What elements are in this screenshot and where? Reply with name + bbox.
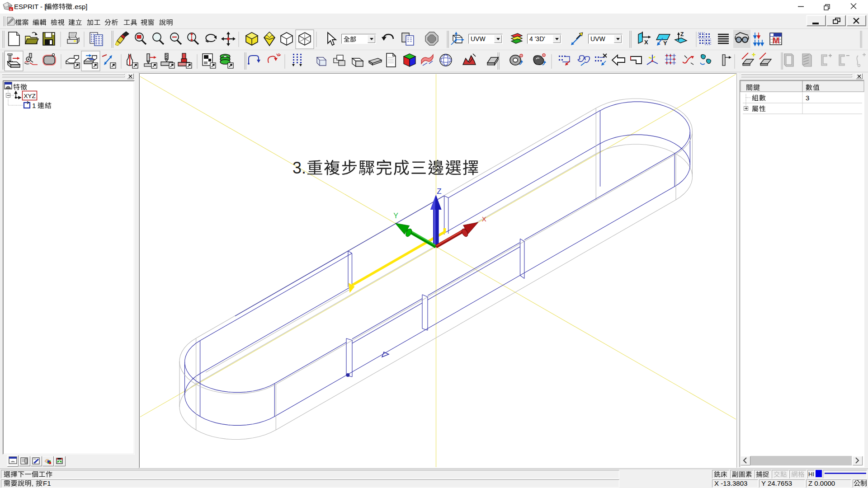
svg-text:UVW: UVW [471, 35, 486, 42]
svg-text:Y: Y [663, 40, 667, 47]
svg-text:4 '3D': 4 '3D' [529, 35, 545, 42]
svg-text:HI: HI [808, 471, 814, 478]
svg-text:M: M [773, 36, 779, 45]
svg-text:X: X [644, 39, 648, 46]
svg-text:Z 0.0000: Z 0.0000 [808, 479, 835, 487]
svg-text:UVW: UVW [590, 35, 605, 42]
svg-text:X -13.3803: X -13.3803 [714, 479, 747, 487]
svg-text:3: 3 [806, 94, 809, 102]
svg-text:.esp]: .esp] [73, 3, 88, 10]
svg-text:Y 24.7653: Y 24.7653 [761, 479, 792, 487]
svg-text:Z: Z [437, 187, 441, 196]
svg-text:X: X [482, 215, 486, 223]
svg-text:Z: Z [680, 31, 684, 38]
svg-text:3.: 3. [292, 159, 306, 177]
svg-text:XYZ: XYZ [24, 93, 36, 99]
svg-text:Y: Y [393, 212, 398, 220]
svg-text:a: a [10, 7, 12, 11]
svg-text:ESPRIT - [: ESPRIT - [ [14, 3, 47, 10]
svg-text:,: , [32, 479, 33, 487]
svg-text:1: 1 [32, 102, 36, 109]
svg-text:F1: F1 [43, 479, 51, 487]
